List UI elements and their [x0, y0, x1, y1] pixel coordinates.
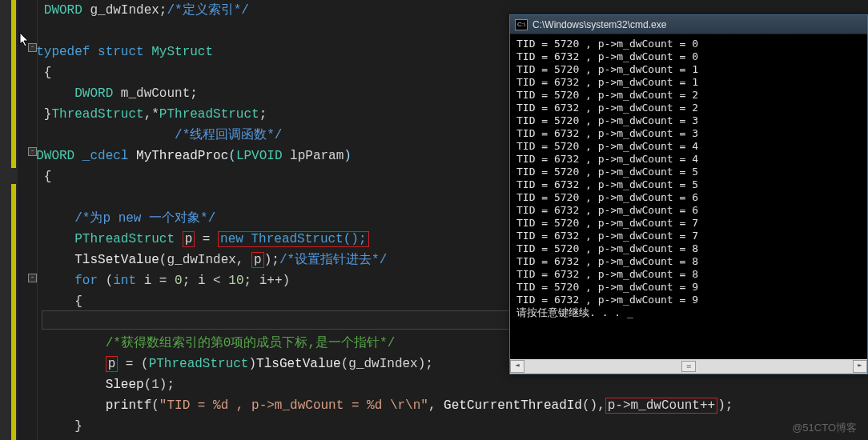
- watermark: @51CTO博客: [792, 421, 857, 435]
- change-marker: [11, 184, 16, 440]
- editor-gutter: [0, 0, 18, 440]
- cmd-icon: C:\: [515, 19, 528, 30]
- cmd-title: C:\Windows\system32\cmd.exe: [532, 19, 666, 30]
- code-line[interactable]: Sleep(1);: [18, 374, 868, 395]
- cmd-titlebar[interactable]: C:\ C:\Windows\system32\cmd.exe: [510, 15, 867, 34]
- cmd-window[interactable]: C:\ C:\Windows\system32\cmd.exe TID = 57…: [509, 14, 868, 374]
- code-line[interactable]: }: [18, 416, 868, 437]
- cmd-scrollbar[interactable]: ◄ ≡ ►: [510, 359, 867, 374]
- cmd-output[interactable]: TID = 5720 , p->m_dwCount = 0 TID = 6732…: [510, 34, 867, 350]
- scroll-thumb[interactable]: ≡: [681, 361, 696, 372]
- scroll-right-button[interactable]: ►: [853, 360, 867, 373]
- code-line[interactable]: return 0;: [18, 437, 868, 440]
- scroll-track[interactable]: ≡: [524, 361, 853, 372]
- change-marker: [11, 0, 16, 168]
- scroll-left-button[interactable]: ◄: [510, 360, 524, 373]
- code-line[interactable]: printf("TID = %d , p->m_dwCount = %d \r\…: [18, 395, 868, 416]
